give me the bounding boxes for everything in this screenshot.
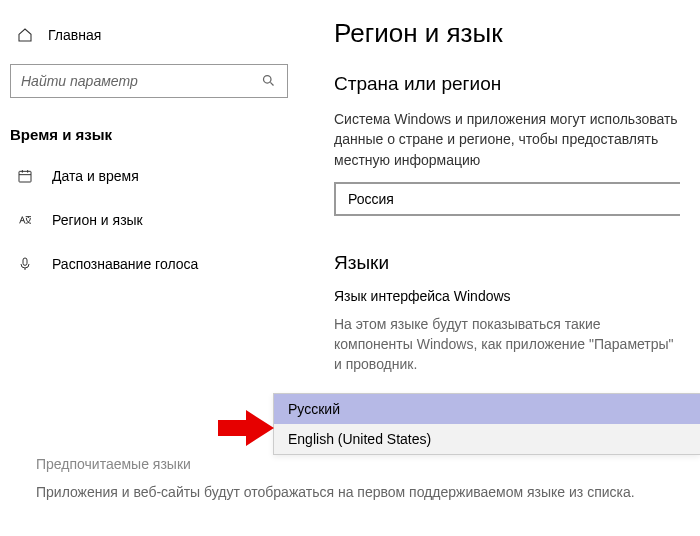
- svg-point-0: [264, 76, 272, 84]
- region-dropdown-value: Россия: [348, 191, 394, 207]
- interface-language-description: На этом языке будут показываться такие к…: [334, 314, 680, 375]
- svg-rect-2: [19, 171, 31, 182]
- search-input[interactable]: [21, 73, 261, 89]
- search-icon: [261, 73, 277, 89]
- sidebar-item-label: Регион и язык: [52, 212, 143, 228]
- region-description: Система Windows и приложения могут испол…: [334, 109, 680, 170]
- calendar-icon: [16, 167, 34, 185]
- sidebar-item-label: Дата и время: [52, 168, 139, 184]
- preferred-languages-title: Предпочитаемые языки: [36, 456, 680, 472]
- region-group-title: Страна или регион: [334, 73, 680, 95]
- sidebar-item-date-time[interactable]: Дата и время: [0, 157, 298, 195]
- interface-language-dropdown-list: Русский English (United States): [273, 393, 700, 455]
- preferred-languages-section: Предпочитаемые языки Приложения и веб-са…: [36, 456, 680, 514]
- language-icon: [16, 211, 34, 229]
- sidebar-item-speech[interactable]: Распознавание голоса: [0, 245, 298, 283]
- page-title: Регион и язык: [334, 18, 680, 49]
- sidebar-item-label: Распознавание голоса: [52, 256, 198, 272]
- svg-line-1: [270, 82, 273, 85]
- preferred-languages-description: Приложения и веб-сайты будут отображатьс…: [36, 482, 680, 502]
- svg-rect-6: [23, 258, 27, 265]
- home-icon: [16, 26, 34, 44]
- option-label: Русский: [288, 401, 340, 417]
- search-input-wrapper[interactable]: [10, 64, 288, 98]
- languages-group-title: Языки: [334, 252, 680, 274]
- dropdown-option-russian[interactable]: Русский: [274, 394, 700, 424]
- nav-home-label: Главная: [48, 27, 101, 43]
- interface-language-title: Язык интерфейса Windows: [334, 288, 680, 304]
- region-dropdown[interactable]: Россия: [334, 182, 680, 216]
- sidebar-item-region-language[interactable]: Регион и язык: [0, 201, 298, 239]
- nav-home[interactable]: Главная: [0, 20, 298, 50]
- dropdown-option-english-us[interactable]: English (United States): [274, 424, 700, 454]
- microphone-icon: [16, 255, 34, 273]
- svg-marker-7: [218, 410, 274, 446]
- sidebar-section-title: Время и язык: [0, 118, 298, 157]
- annotation-arrow-icon: [218, 410, 274, 446]
- option-label: English (United States): [288, 431, 431, 447]
